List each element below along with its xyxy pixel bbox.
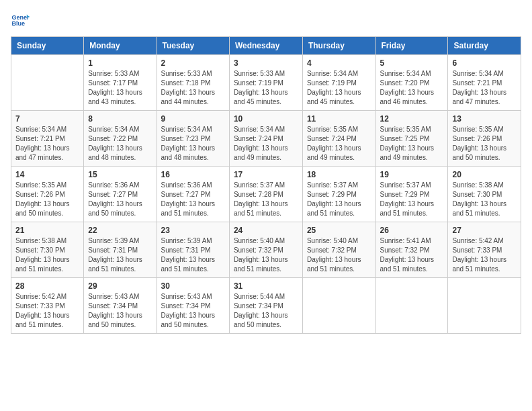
- day-number: 11: [307, 114, 371, 124]
- calendar-cell: 9Sunrise: 5:34 AM Sunset: 7:23 PM Daylig…: [157, 111, 229, 167]
- day-info: Sunrise: 5:41 AM Sunset: 7:32 PM Dayligh…: [380, 236, 444, 274]
- day-info: Sunrise: 5:40 AM Sunset: 7:32 PM Dayligh…: [307, 236, 371, 274]
- calendar-cell: 7Sunrise: 5:34 AM Sunset: 7:21 PM Daylig…: [11, 111, 84, 167]
- day-number: 27: [452, 226, 517, 235]
- calendar-week-0: 1Sunrise: 5:33 AM Sunset: 7:17 PM Daylig…: [11, 55, 521, 111]
- day-info: Sunrise: 5:34 AM Sunset: 7:22 PM Dayligh…: [88, 125, 152, 163]
- calendar-cell: 24Sunrise: 5:40 AM Sunset: 7:32 PM Dayli…: [229, 222, 302, 278]
- calendar-cell: [448, 278, 521, 334]
- day-number: 30: [161, 281, 225, 291]
- day-info: Sunrise: 5:39 AM Sunset: 7:31 PM Dayligh…: [161, 236, 225, 274]
- day-info: Sunrise: 5:34 AM Sunset: 7:21 PM Dayligh…: [452, 69, 517, 107]
- calendar-cell: 10Sunrise: 5:34 AM Sunset: 7:24 PM Dayli…: [229, 111, 302, 167]
- day-info: Sunrise: 5:33 AM Sunset: 7:17 PM Dayligh…: [88, 69, 152, 107]
- day-info: Sunrise: 5:39 AM Sunset: 7:31 PM Dayligh…: [88, 236, 152, 274]
- day-number: 21: [15, 226, 79, 235]
- day-number: 22: [88, 226, 152, 235]
- day-number: 6: [452, 58, 517, 68]
- calendar-cell: 11Sunrise: 5:35 AM Sunset: 7:24 PM Dayli…: [302, 111, 375, 167]
- calendar-cell: 30Sunrise: 5:43 AM Sunset: 7:34 PM Dayli…: [157, 278, 229, 334]
- header: General Blue: [11, 11, 521, 30]
- day-info: Sunrise: 5:36 AM Sunset: 7:27 PM Dayligh…: [161, 181, 225, 218]
- calendar-cell: 27Sunrise: 5:42 AM Sunset: 7:33 PM Dayli…: [448, 222, 521, 278]
- calendar-cell: 4Sunrise: 5:34 AM Sunset: 7:19 PM Daylig…: [302, 55, 375, 111]
- calendar-cell: 6Sunrise: 5:34 AM Sunset: 7:21 PM Daylig…: [448, 55, 521, 111]
- day-number: 31: [234, 281, 298, 291]
- logo-icon: General Blue: [11, 11, 30, 30]
- day-info: Sunrise: 5:36 AM Sunset: 7:27 PM Dayligh…: [88, 181, 152, 218]
- day-number: 3: [234, 58, 298, 68]
- calendar-cell: [11, 55, 84, 111]
- day-number: 18: [307, 170, 371, 179]
- day-info: Sunrise: 5:44 AM Sunset: 7:34 PM Dayligh…: [234, 292, 298, 330]
- calendar-cell: 2Sunrise: 5:33 AM Sunset: 7:18 PM Daylig…: [157, 55, 229, 111]
- day-number: 20: [452, 170, 517, 179]
- calendar-cell: 15Sunrise: 5:36 AM Sunset: 7:27 PM Dayli…: [84, 167, 157, 222]
- day-number: 8: [88, 114, 152, 124]
- day-number: 19: [380, 170, 444, 179]
- calendar-cell: 29Sunrise: 5:43 AM Sunset: 7:34 PM Dayli…: [84, 278, 157, 334]
- day-number: 13: [452, 114, 517, 124]
- header-cell-saturday: Saturday: [448, 37, 521, 55]
- calendar-cell: 31Sunrise: 5:44 AM Sunset: 7:34 PM Dayli…: [229, 278, 302, 334]
- day-number: 28: [15, 281, 79, 291]
- day-info: Sunrise: 5:34 AM Sunset: 7:23 PM Dayligh…: [161, 125, 225, 163]
- day-number: 10: [234, 114, 298, 124]
- calendar-week-2: 14Sunrise: 5:35 AM Sunset: 7:26 PM Dayli…: [11, 167, 521, 222]
- calendar-cell: 26Sunrise: 5:41 AM Sunset: 7:32 PM Dayli…: [375, 222, 448, 278]
- header-cell-wednesday: Wednesday: [229, 37, 302, 55]
- calendar-cell: 5Sunrise: 5:34 AM Sunset: 7:20 PM Daylig…: [375, 55, 448, 111]
- day-number: 1: [88, 58, 152, 68]
- calendar-week-1: 7Sunrise: 5:34 AM Sunset: 7:21 PM Daylig…: [11, 111, 521, 167]
- day-number: 5: [380, 58, 444, 68]
- svg-text:Blue: Blue: [11, 20, 25, 27]
- day-number: 15: [88, 170, 152, 179]
- day-info: Sunrise: 5:37 AM Sunset: 7:29 PM Dayligh…: [380, 181, 444, 218]
- calendar-header-row: SundayMondayTuesdayWednesdayThursdayFrid…: [11, 37, 521, 55]
- calendar-cell: 25Sunrise: 5:40 AM Sunset: 7:32 PM Dayli…: [302, 222, 375, 278]
- day-info: Sunrise: 5:35 AM Sunset: 7:26 PM Dayligh…: [452, 125, 517, 163]
- day-number: 17: [234, 170, 298, 179]
- day-info: Sunrise: 5:43 AM Sunset: 7:34 PM Dayligh…: [161, 292, 225, 330]
- calendar-cell: 23Sunrise: 5:39 AM Sunset: 7:31 PM Dayli…: [157, 222, 229, 278]
- calendar-cell: 18Sunrise: 5:37 AM Sunset: 7:29 PM Dayli…: [302, 167, 375, 222]
- day-number: 26: [380, 226, 444, 235]
- header-cell-monday: Monday: [84, 37, 157, 55]
- calendar-cell: [302, 278, 375, 334]
- day-number: 2: [161, 58, 225, 68]
- day-info: Sunrise: 5:33 AM Sunset: 7:19 PM Dayligh…: [234, 69, 298, 107]
- calendar-week-4: 28Sunrise: 5:42 AM Sunset: 7:33 PM Dayli…: [11, 278, 521, 334]
- day-info: Sunrise: 5:33 AM Sunset: 7:18 PM Dayligh…: [161, 69, 225, 107]
- day-info: Sunrise: 5:34 AM Sunset: 7:24 PM Dayligh…: [234, 125, 298, 163]
- calendar-cell: 8Sunrise: 5:34 AM Sunset: 7:22 PM Daylig…: [84, 111, 157, 167]
- calendar-cell: 17Sunrise: 5:37 AM Sunset: 7:28 PM Dayli…: [229, 167, 302, 222]
- calendar-week-3: 21Sunrise: 5:38 AM Sunset: 7:30 PM Dayli…: [11, 222, 521, 278]
- calendar-cell: 19Sunrise: 5:37 AM Sunset: 7:29 PM Dayli…: [375, 167, 448, 222]
- calendar-table: SundayMondayTuesdayWednesdayThursdayFrid…: [11, 36, 521, 334]
- day-number: 4: [307, 58, 371, 68]
- day-info: Sunrise: 5:38 AM Sunset: 7:30 PM Dayligh…: [452, 181, 517, 218]
- calendar-cell: 14Sunrise: 5:35 AM Sunset: 7:26 PM Dayli…: [11, 167, 84, 222]
- day-number: 14: [15, 170, 79, 179]
- day-number: 9: [161, 114, 225, 124]
- calendar-cell: 21Sunrise: 5:38 AM Sunset: 7:30 PM Dayli…: [11, 222, 84, 278]
- header-cell-tuesday: Tuesday: [157, 37, 229, 55]
- calendar-cell: 3Sunrise: 5:33 AM Sunset: 7:19 PM Daylig…: [229, 55, 302, 111]
- day-info: Sunrise: 5:34 AM Sunset: 7:21 PM Dayligh…: [15, 125, 79, 163]
- day-info: Sunrise: 5:34 AM Sunset: 7:20 PM Dayligh…: [380, 69, 444, 107]
- day-info: Sunrise: 5:35 AM Sunset: 7:26 PM Dayligh…: [15, 181, 79, 218]
- day-number: 25: [307, 226, 371, 235]
- calendar-cell: 28Sunrise: 5:42 AM Sunset: 7:33 PM Dayli…: [11, 278, 84, 334]
- day-number: 23: [161, 226, 225, 235]
- day-info: Sunrise: 5:37 AM Sunset: 7:29 PM Dayligh…: [307, 181, 371, 218]
- day-info: Sunrise: 5:35 AM Sunset: 7:25 PM Dayligh…: [380, 125, 444, 163]
- day-number: 24: [234, 226, 298, 235]
- day-info: Sunrise: 5:34 AM Sunset: 7:19 PM Dayligh…: [307, 69, 371, 107]
- header-cell-sunday: Sunday: [11, 37, 84, 55]
- calendar-cell: 13Sunrise: 5:35 AM Sunset: 7:26 PM Dayli…: [448, 111, 521, 167]
- calendar-cell: 16Sunrise: 5:36 AM Sunset: 7:27 PM Dayli…: [157, 167, 229, 222]
- day-info: Sunrise: 5:43 AM Sunset: 7:34 PM Dayligh…: [88, 292, 152, 330]
- day-number: 29: [88, 281, 152, 291]
- day-info: Sunrise: 5:42 AM Sunset: 7:33 PM Dayligh…: [15, 292, 79, 330]
- calendar-cell: 12Sunrise: 5:35 AM Sunset: 7:25 PM Dayli…: [375, 111, 448, 167]
